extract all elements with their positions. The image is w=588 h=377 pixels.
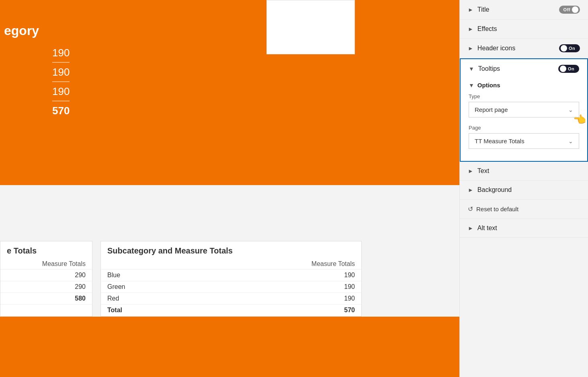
effects-label: Effects xyxy=(477,25,497,33)
num-190-2: 190 xyxy=(52,63,70,82)
tooltips-section: ▼ Tooltips On ▼ Options Type Report page… xyxy=(460,58,588,162)
left-table: e Totals Measure Totals 290 290 580 xyxy=(0,241,92,317)
right-table-row-red: Red 190 xyxy=(101,293,361,305)
left-table-header: Measure Totals xyxy=(0,259,92,270)
header-icons-toggle[interactable]: On xyxy=(559,44,580,52)
title-toggle-circle xyxy=(572,6,578,13)
page-dropdown[interactable]: TT Measure Totals ⌄ xyxy=(469,133,579,149)
page-dropdown-arrow-icon: ⌄ xyxy=(568,138,573,144)
right-table-header: Measure Totals xyxy=(101,259,361,270)
hand-cursor-icon: 👈 xyxy=(573,113,586,126)
type-label: Type xyxy=(469,93,579,99)
title-label: Title xyxy=(477,6,490,13)
title-row[interactable]: ► Title Off xyxy=(460,0,588,20)
header-icons-row[interactable]: ► Header icons On xyxy=(460,39,588,58)
tooltips-chevron-icon: ▼ xyxy=(469,66,474,72)
tooltips-toggle-text: On xyxy=(568,66,574,71)
header-icons-label: Header icons xyxy=(477,45,515,52)
num-570: 570 xyxy=(52,101,70,120)
alt-text-row[interactable]: ► Alt text xyxy=(460,219,588,238)
left-table-row-2: 290 xyxy=(0,281,92,293)
numbers-column: 190 190 190 570 xyxy=(52,43,70,120)
tooltips-header[interactable]: ▼ Tooltips On xyxy=(461,59,587,78)
background-chevron-icon: ► xyxy=(468,187,473,193)
orange-bottom-bar xyxy=(0,317,459,377)
page-label: Page xyxy=(469,125,579,131)
num-190-1: 190 xyxy=(52,43,70,63)
title-row-left: ► Title xyxy=(468,6,490,13)
effects-chevron-icon: ► xyxy=(468,26,473,32)
header-icons-chevron-icon: ► xyxy=(468,45,473,52)
left-table-total: 580 xyxy=(0,293,92,305)
num-190-3: 190 xyxy=(52,82,70,101)
header-icons-toggle-text: On xyxy=(569,46,575,51)
left-table-title: e Totals xyxy=(0,241,92,259)
text-row[interactable]: ► Text xyxy=(460,162,588,181)
text-row-left: ► Text xyxy=(468,167,489,175)
reset-row[interactable]: ↺ Reset to default xyxy=(460,200,588,219)
type-dropdown-arrow-icon: ⌄ xyxy=(568,107,573,113)
header-icons-toggle-circle xyxy=(561,45,567,52)
options-label: Options xyxy=(477,82,500,89)
title-toggle[interactable]: Off xyxy=(559,6,580,14)
right-table-row-green: Green 190 xyxy=(101,281,361,293)
category-label: egory xyxy=(4,23,39,38)
tooltips-toggle[interactable]: On xyxy=(558,65,579,73)
effects-row[interactable]: ► Effects xyxy=(460,20,588,39)
tooltips-header-left: ▼ Tooltips xyxy=(469,65,500,72)
title-chevron-icon: ► xyxy=(468,6,473,13)
tooltips-label: Tooltips xyxy=(478,65,500,72)
left-table-row-1: 290 xyxy=(0,270,92,281)
type-dropdown[interactable]: Report page ⌄ 👈 xyxy=(469,102,579,117)
chart-popup xyxy=(266,0,355,54)
right-table-row-blue: Blue 190 xyxy=(101,270,361,281)
reset-icon: ↺ xyxy=(468,205,473,213)
tables-area: e Totals Measure Totals 290 290 580 Subc… xyxy=(0,241,459,317)
options-chevron-icon: ▼ xyxy=(469,82,474,89)
background-row[interactable]: ► Background xyxy=(460,181,588,200)
text-label: Text xyxy=(477,167,489,175)
alt-text-chevron-icon: ► xyxy=(468,225,473,231)
right-panel: ► Title Off ► Effects ► Header icons On … xyxy=(459,0,588,377)
header-icons-row-left: ► Header icons xyxy=(468,45,515,52)
page-dropdown-value: TT Measure Totals xyxy=(475,138,524,144)
text-chevron-icon: ► xyxy=(468,168,473,174)
background-label: Background xyxy=(477,186,512,194)
right-table: Subcategory and Measure Totals Measure T… xyxy=(100,241,362,317)
chart-area: Red egory 190 190 190 570 e Totals Measu… xyxy=(0,0,459,377)
background-row-left: ► Background xyxy=(468,186,512,194)
tooltips-content: ▼ Options Type Report page ⌄ 👈 Page TT M… xyxy=(461,78,587,161)
alt-text-label: Alt text xyxy=(477,225,497,232)
type-dropdown-value: Report page xyxy=(475,106,508,113)
alt-text-row-left: ► Alt text xyxy=(468,225,497,232)
options-header[interactable]: ▼ Options xyxy=(469,78,579,93)
right-table-title: Subcategory and Measure Totals xyxy=(101,241,361,259)
effects-row-left: ► Effects xyxy=(468,25,497,33)
right-table-total: Total 570 xyxy=(101,305,361,316)
reset-label: Reset to default xyxy=(476,206,518,212)
title-toggle-text: Off xyxy=(563,7,570,12)
tooltips-toggle-circle xyxy=(560,66,566,72)
